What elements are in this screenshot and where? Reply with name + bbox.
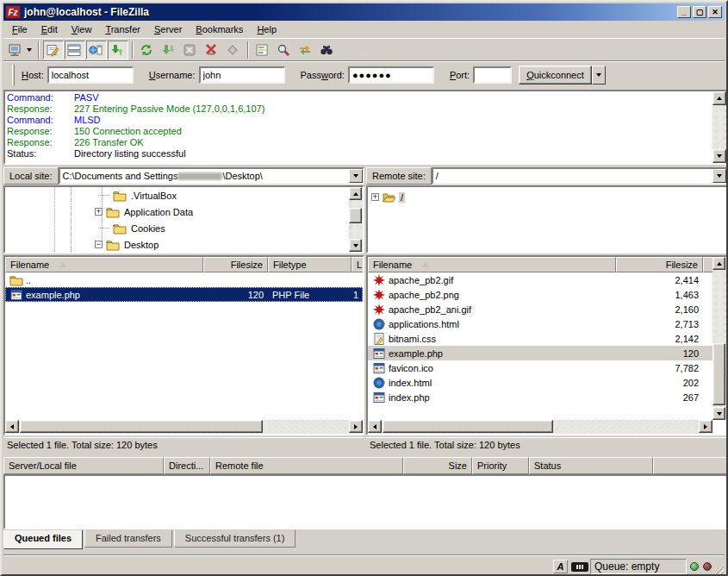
username-input[interactable] [199, 66, 285, 84]
file-row[interactable]: index.html 202 [368, 375, 726, 390]
file-row[interactable]: apache_pb2.png 1,463 [368, 287, 726, 302]
tree-item-application-data[interactable]: + Application Data [95, 203, 195, 220]
menu-server[interactable]: Server [147, 22, 189, 37]
column-header-status[interactable]: Status [529, 457, 653, 474]
column-header-priority[interactable]: Priority [472, 457, 529, 474]
column-header-size[interactable]: Size [403, 457, 472, 474]
scroll-down-button[interactable] [712, 407, 725, 420]
tree-item-cookies[interactable]: Cookies [98, 220, 167, 236]
scroll-up-button[interactable] [349, 187, 362, 200]
minimize-button[interactable]: _ [677, 6, 691, 18]
file-row-selected[interactable]: example.php 120 [368, 346, 712, 360]
process-queue-button[interactable] [159, 41, 179, 59]
port-input[interactable] [473, 66, 512, 84]
tree-item-virtualbox[interactable]: .VirtualBox [98, 187, 178, 203]
password-input[interactable] [348, 66, 434, 84]
column-header-remote-file[interactable]: Remote file [210, 457, 403, 474]
directory-comparison-button[interactable] [252, 41, 273, 59]
column-header-filesize[interactable]: Filesize [616, 257, 703, 272]
menu-transfer[interactable]: Transfer [98, 22, 147, 37]
search-button[interactable] [317, 41, 338, 59]
file-row[interactable]: bitnami.css 2,142 [368, 331, 726, 346]
menu-view[interactable]: View [65, 22, 99, 37]
file-row[interactable]: favicon.ico 7,782 [368, 360, 726, 375]
local-path-dropdown-button[interactable] [349, 169, 363, 183]
quickbar-grip[interactable] [12, 65, 15, 85]
remote-file-list[interactable]: Filename Filesize apache_pb2.gif 2,414 a… [366, 255, 728, 435]
local-file-list[interactable]: Filename Filesize Filetype L .. example.… [3, 255, 364, 435]
toggle-queue-button[interactable] [108, 41, 128, 59]
menu-edit[interactable]: Edit [34, 22, 65, 37]
synchronized-browsing-button[interactable] [296, 41, 316, 59]
parent-directory-row[interactable]: .. [5, 272, 363, 287]
column-header-filetype[interactable]: Filetype [268, 257, 352, 272]
file-row[interactable]: applications.html 2,713 [368, 316, 726, 331]
column-header-filename[interactable]: Filename [5, 257, 203, 272]
message-log[interactable]: Command:PASV Response:227 Entering Passi… [3, 90, 728, 165]
title-bar[interactable]: Fz john@localhost - FileZilla _ ▢ ✕ [3, 3, 725, 21]
remote-path-dropdown-button[interactable] [712, 169, 726, 183]
scrollbar-thumb[interactable] [383, 420, 553, 433]
refresh-button[interactable] [137, 41, 158, 59]
site-manager-button[interactable] [5, 41, 34, 59]
scroll-up-button[interactable] [712, 91, 726, 105]
log-scrollbar[interactable] [712, 91, 726, 163]
tab-queued-files[interactable]: Queued files [3, 530, 83, 549]
expand-icon[interactable]: + [95, 208, 103, 216]
remote-horizontal-scrollbar[interactable] [368, 420, 712, 434]
column-header-filename[interactable]: Filename [368, 257, 616, 272]
local-tree-scrollbar[interactable] [349, 187, 363, 252]
column-header-last-modified[interactable]: L [352, 257, 364, 272]
scroll-left-button[interactable] [5, 420, 19, 433]
maximize-button[interactable]: ▢ [693, 6, 706, 18]
resize-grip[interactable] [712, 564, 724, 575]
queue-list[interactable] [3, 474, 728, 529]
disconnect-button[interactable] [202, 41, 222, 59]
column-header-server-local-file[interactable]: Server/Local file [3, 457, 164, 474]
file-row[interactable]: apache_pb2.gif 2,414 [368, 272, 726, 287]
tree-item-root[interactable]: + / [371, 189, 405, 205]
reconnect-button[interactable] [223, 41, 244, 59]
scroll-left-button[interactable] [368, 420, 382, 433]
scroll-right-button[interactable] [349, 420, 363, 433]
local-path-combobox[interactable]: C:\Documents and Settings\Desktop\ [59, 167, 364, 185]
scroll-up-button[interactable] [712, 257, 725, 270]
menu-bookmarks[interactable]: Bookmarks [189, 22, 250, 37]
collapse-icon[interactable]: − [95, 241, 103, 248]
expand-icon[interactable]: + [371, 193, 379, 201]
toggle-message-log-button[interactable] [43, 41, 64, 59]
local-directory-tree[interactable]: .VirtualBox + Application Data Cookies −… [3, 185, 364, 254]
scroll-right-button[interactable] [699, 420, 712, 433]
queue-header: Server/Local file Directi... Remote file… [3, 457, 728, 474]
host-input[interactable] [47, 66, 134, 84]
file-row[interactable]: apache_pb2_ani.gif 2,160 [368, 302, 726, 316]
local-horizontal-scrollbar[interactable] [5, 420, 363, 434]
site-manager-dropdown-icon[interactable] [27, 48, 32, 52]
cancel-button[interactable] [180, 41, 201, 59]
speed-limit-indicator[interactable] [571, 559, 588, 574]
scrollbar-thumb[interactable] [349, 208, 362, 223]
tree-item-desktop[interactable]: − Desktop [95, 236, 160, 253]
column-header-filesize[interactable]: Filesize [203, 257, 268, 272]
column-header-direction[interactable]: Directi... [164, 457, 210, 474]
ascii-mode-indicator[interactable]: A [553, 559, 568, 574]
scrollbar-thumb[interactable] [20, 420, 263, 433]
menu-help[interactable]: Help [250, 22, 283, 37]
menu-file[interactable]: File [5, 22, 34, 37]
filter-button[interactable] [274, 41, 295, 59]
remote-vertical-scrollbar[interactable] [712, 257, 726, 420]
toggle-local-tree-button[interactable] [65, 41, 85, 59]
remote-directory-tree[interactable]: + / [366, 185, 728, 254]
file-row-selected[interactable]: example.php 120 PHP File 1 [5, 287, 363, 302]
tab-failed-transfers[interactable]: Failed transfers [84, 530, 172, 548]
scroll-down-button[interactable] [349, 239, 362, 252]
quickconnect-button[interactable]: Quickconnect [519, 66, 592, 85]
file-row[interactable]: index.php 267 [368, 390, 726, 404]
quickconnect-dropdown-button[interactable] [592, 66, 606, 85]
tab-successful-transfers[interactable]: Successful transfers (1) [174, 530, 296, 548]
remote-path-combobox[interactable]: / [432, 167, 728, 185]
toggle-remote-tree-button[interactable] [86, 41, 107, 59]
close-button[interactable]: ✕ [708, 6, 722, 18]
scrollbar-thumb[interactable] [712, 343, 725, 405]
scroll-down-button[interactable] [712, 149, 726, 163]
